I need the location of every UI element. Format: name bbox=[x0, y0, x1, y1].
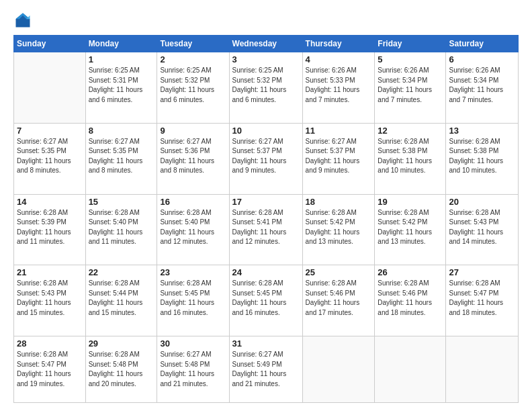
calendar-cell: 18Sunrise: 6:28 AM Sunset: 5:42 PM Dayli… bbox=[302, 194, 375, 265]
day-number: 9 bbox=[160, 126, 226, 136]
calendar-cell: 22Sunrise: 6:28 AM Sunset: 5:44 PM Dayli… bbox=[85, 265, 157, 336]
calendar-cell: 8Sunrise: 6:27 AM Sunset: 5:35 PM Daylig… bbox=[85, 123, 157, 194]
calendar-cell: 9Sunrise: 6:27 AM Sunset: 5:36 PM Daylig… bbox=[157, 123, 229, 194]
calendar-cell: 28Sunrise: 6:28 AM Sunset: 5:47 PM Dayli… bbox=[14, 336, 86, 403]
day-info: Sunrise: 6:25 AM Sunset: 5:31 PM Dayligh… bbox=[89, 66, 154, 105]
page: SundayMondayTuesdayWednesdayThursdayFrid… bbox=[0, 0, 532, 411]
calendar-cell bbox=[375, 336, 446, 403]
day-number: 22 bbox=[89, 267, 154, 277]
calendar-cell: 1Sunrise: 6:25 AM Sunset: 5:31 PM Daylig… bbox=[85, 52, 157, 124]
calendar-week-row: 1Sunrise: 6:25 AM Sunset: 5:31 PM Daylig… bbox=[14, 52, 519, 124]
day-info: Sunrise: 6:27 AM Sunset: 5:37 PM Dayligh… bbox=[306, 137, 372, 176]
day-info: Sunrise: 6:27 AM Sunset: 5:35 PM Dayligh… bbox=[89, 137, 154, 176]
calendar-cell: 17Sunrise: 6:28 AM Sunset: 5:41 PM Dayli… bbox=[229, 194, 302, 265]
calendar-cell: 12Sunrise: 6:28 AM Sunset: 5:38 PM Dayli… bbox=[375, 123, 446, 194]
day-info: Sunrise: 6:28 AM Sunset: 5:41 PM Dayligh… bbox=[232, 208, 300, 247]
day-number: 20 bbox=[449, 197, 515, 207]
day-info: Sunrise: 6:28 AM Sunset: 5:45 PM Dayligh… bbox=[160, 279, 226, 318]
day-info: Sunrise: 6:28 AM Sunset: 5:48 PM Dayligh… bbox=[89, 350, 154, 389]
day-number: 8 bbox=[89, 126, 154, 136]
day-number: 28 bbox=[17, 338, 83, 349]
day-number: 12 bbox=[378, 126, 443, 136]
calendar-cell: 21Sunrise: 6:28 AM Sunset: 5:43 PM Dayli… bbox=[14, 265, 86, 336]
calendar-cell: 11Sunrise: 6:27 AM Sunset: 5:37 PM Dayli… bbox=[302, 123, 375, 194]
calendar-cell: 27Sunrise: 6:28 AM Sunset: 5:47 PM Dayli… bbox=[446, 265, 519, 336]
day-number: 13 bbox=[449, 126, 515, 136]
day-info: Sunrise: 6:28 AM Sunset: 5:47 PM Dayligh… bbox=[449, 279, 515, 318]
calendar-cell: 2Sunrise: 6:25 AM Sunset: 5:32 PM Daylig… bbox=[157, 52, 229, 124]
day-info: Sunrise: 6:28 AM Sunset: 5:46 PM Dayligh… bbox=[306, 279, 372, 318]
day-number: 4 bbox=[306, 54, 372, 64]
day-number: 21 bbox=[17, 267, 83, 277]
day-number: 26 bbox=[378, 267, 443, 277]
day-number: 25 bbox=[306, 267, 372, 277]
day-info: Sunrise: 6:27 AM Sunset: 5:48 PM Dayligh… bbox=[160, 350, 226, 389]
day-info: Sunrise: 6:25 AM Sunset: 5:32 PM Dayligh… bbox=[232, 66, 300, 105]
calendar-cell bbox=[302, 336, 375, 403]
day-info: Sunrise: 6:28 AM Sunset: 5:42 PM Dayligh… bbox=[378, 208, 443, 247]
day-info: Sunrise: 6:26 AM Sunset: 5:34 PM Dayligh… bbox=[449, 66, 515, 105]
day-number: 6 bbox=[449, 54, 515, 64]
day-number: 24 bbox=[232, 267, 300, 277]
calendar-cell: 29Sunrise: 6:28 AM Sunset: 5:48 PM Dayli… bbox=[85, 336, 157, 403]
logo bbox=[13, 11, 35, 30]
day-info: Sunrise: 6:27 AM Sunset: 5:36 PM Dayligh… bbox=[160, 137, 226, 176]
day-number: 7 bbox=[17, 126, 83, 136]
calendar-cell: 10Sunrise: 6:27 AM Sunset: 5:37 PM Dayli… bbox=[229, 123, 302, 194]
day-info: Sunrise: 6:28 AM Sunset: 5:38 PM Dayligh… bbox=[378, 137, 443, 176]
day-info: Sunrise: 6:25 AM Sunset: 5:32 PM Dayligh… bbox=[160, 66, 226, 105]
day-number: 16 bbox=[160, 197, 226, 207]
day-number: 5 bbox=[378, 54, 443, 64]
day-number: 10 bbox=[232, 126, 300, 136]
calendar-cell: 24Sunrise: 6:28 AM Sunset: 5:45 PM Dayli… bbox=[229, 265, 302, 336]
day-number: 31 bbox=[232, 338, 300, 349]
day-info: Sunrise: 6:26 AM Sunset: 5:33 PM Dayligh… bbox=[306, 66, 372, 105]
calendar-cell bbox=[446, 336, 519, 403]
calendar-day-header: Saturday bbox=[446, 36, 519, 52]
day-info: Sunrise: 6:27 AM Sunset: 5:37 PM Dayligh… bbox=[232, 137, 300, 176]
calendar-cell: 26Sunrise: 6:28 AM Sunset: 5:46 PM Dayli… bbox=[375, 265, 446, 336]
day-info: Sunrise: 6:28 AM Sunset: 5:43 PM Dayligh… bbox=[449, 208, 515, 247]
day-info: Sunrise: 6:27 AM Sunset: 5:35 PM Dayligh… bbox=[17, 137, 83, 176]
calendar-cell: 7Sunrise: 6:27 AM Sunset: 5:35 PM Daylig… bbox=[14, 123, 86, 194]
header bbox=[13, 11, 519, 30]
calendar-cell: 19Sunrise: 6:28 AM Sunset: 5:42 PM Dayli… bbox=[375, 194, 446, 265]
day-number: 3 bbox=[232, 54, 300, 64]
calendar-table: SundayMondayTuesdayWednesdayThursdayFrid… bbox=[13, 35, 519, 403]
calendar-header-row: SundayMondayTuesdayWednesdayThursdayFrid… bbox=[14, 36, 519, 52]
day-number: 11 bbox=[306, 126, 372, 136]
day-info: Sunrise: 6:28 AM Sunset: 5:43 PM Dayligh… bbox=[17, 279, 83, 318]
calendar-week-row: 7Sunrise: 6:27 AM Sunset: 5:35 PM Daylig… bbox=[14, 123, 519, 194]
day-info: Sunrise: 6:28 AM Sunset: 5:38 PM Dayligh… bbox=[449, 137, 515, 176]
day-number: 14 bbox=[17, 197, 83, 207]
day-info: Sunrise: 6:28 AM Sunset: 5:46 PM Dayligh… bbox=[378, 279, 443, 318]
day-number: 27 bbox=[449, 267, 515, 277]
day-info: Sunrise: 6:28 AM Sunset: 5:39 PM Dayligh… bbox=[17, 208, 83, 247]
day-number: 17 bbox=[232, 197, 300, 207]
calendar-day-header: Thursday bbox=[302, 36, 375, 52]
logo-icon bbox=[13, 11, 32, 30]
day-info: Sunrise: 6:28 AM Sunset: 5:40 PM Dayligh… bbox=[160, 208, 226, 247]
calendar-day-header: Monday bbox=[85, 36, 157, 52]
calendar-day-header: Friday bbox=[375, 36, 446, 52]
day-number: 23 bbox=[160, 267, 226, 277]
day-number: 30 bbox=[160, 338, 226, 349]
calendar-week-row: 14Sunrise: 6:28 AM Sunset: 5:39 PM Dayli… bbox=[14, 194, 519, 265]
calendar-cell: 5Sunrise: 6:26 AM Sunset: 5:34 PM Daylig… bbox=[375, 52, 446, 124]
calendar-cell: 14Sunrise: 6:28 AM Sunset: 5:39 PM Dayli… bbox=[14, 194, 86, 265]
calendar-day-header: Wednesday bbox=[229, 36, 302, 52]
day-number: 15 bbox=[89, 197, 154, 207]
calendar-cell: 13Sunrise: 6:28 AM Sunset: 5:38 PM Dayli… bbox=[446, 123, 519, 194]
day-number: 18 bbox=[306, 197, 372, 207]
day-number: 19 bbox=[378, 197, 443, 207]
calendar-cell: 31Sunrise: 6:27 AM Sunset: 5:49 PM Dayli… bbox=[229, 336, 302, 403]
calendar-cell: 6Sunrise: 6:26 AM Sunset: 5:34 PM Daylig… bbox=[446, 52, 519, 124]
calendar-week-row: 28Sunrise: 6:28 AM Sunset: 5:47 PM Dayli… bbox=[14, 336, 519, 403]
calendar-day-header: Sunday bbox=[14, 36, 86, 52]
calendar-cell: 20Sunrise: 6:28 AM Sunset: 5:43 PM Dayli… bbox=[446, 194, 519, 265]
day-info: Sunrise: 6:28 AM Sunset: 5:44 PM Dayligh… bbox=[89, 279, 154, 318]
calendar-week-row: 21Sunrise: 6:28 AM Sunset: 5:43 PM Dayli… bbox=[14, 265, 519, 336]
calendar-cell: 16Sunrise: 6:28 AM Sunset: 5:40 PM Dayli… bbox=[157, 194, 229, 265]
day-number: 29 bbox=[89, 338, 154, 349]
calendar-cell bbox=[14, 52, 86, 124]
